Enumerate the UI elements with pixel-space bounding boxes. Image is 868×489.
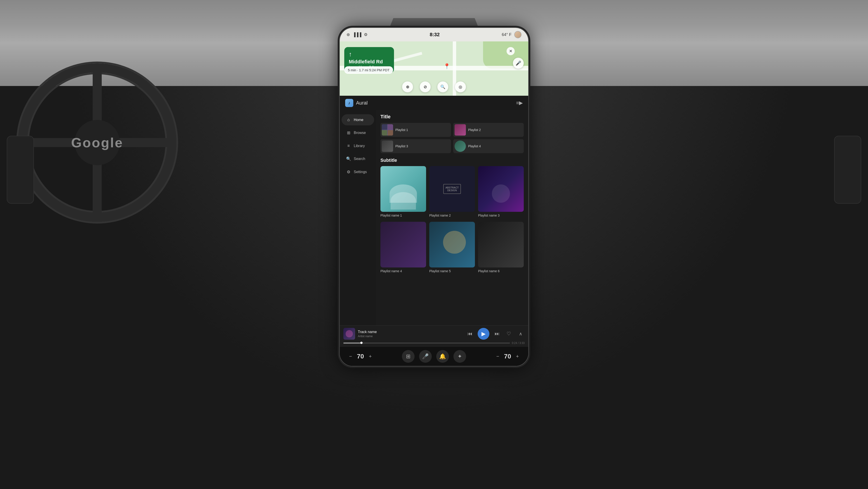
sidebar-library-label: Library <box>354 144 365 148</box>
now-playing-bar: Track name Artist name ⏮ ▶ ⏭ ♡ ∧ <box>340 325 528 347</box>
app-logo-icon: ♪ <box>345 99 353 107</box>
eta-time: 5 min · 1.7 mi <box>348 68 368 72</box>
home-icon: ⌂ <box>346 117 351 122</box>
vol-left-value: 70 <box>357 353 364 360</box>
maps-section: 📍 ↑ Middlefield Rd toward Lowell Ave ✕ 5… <box>340 41 528 96</box>
time-total: 3:33 <box>520 342 525 345</box>
map-location-pin: 📍 <box>443 63 450 69</box>
now-playing-info: Track name Artist name <box>358 330 463 338</box>
track-name: Track name <box>358 330 463 334</box>
playlist-tile-4[interactable]: Playlist 4 <box>453 139 524 153</box>
next-button[interactable]: ⏭ <box>493 330 501 338</box>
map-search-button[interactable]: 🔍 <box>437 82 448 92</box>
nav-close-button[interactable]: ✕ <box>506 47 515 55</box>
mic-button[interactable]: 🎤 <box>513 58 524 68</box>
playlist-grid-small: Playlist 1 Playlist 2 Playlist 3 <box>380 123 524 153</box>
settings-nav-icon: ⚙ <box>346 170 351 174</box>
card-thumb-2-label: ABSTRACTDESIGN <box>443 184 461 194</box>
playlist-4-name: Playlist 4 <box>468 144 481 148</box>
now-playing-thumbnail <box>343 328 355 340</box>
playlist-3-thumbnail <box>382 141 393 152</box>
play-button[interactable]: ▶ <box>477 328 489 340</box>
map-layers-button[interactable]: ⊕ <box>402 82 413 92</box>
playlist-card-4[interactable]: Playlist name 4 <box>380 222 426 273</box>
app-name: Aural <box>356 100 368 106</box>
content-area: ⌂ Home ⊞ Browse ≡ Library 🔍 Search <box>340 110 528 325</box>
eta-bar: 5 min · 1.7 mi 5:24 PM PDT <box>344 66 393 74</box>
sidebar-settings-label: Settings <box>354 170 367 174</box>
playlist-card-2[interactable]: ABSTRACTDESIGN Playlist name 2 <box>429 166 475 217</box>
status-bar: ⊛ ▐▐▐ ⚙ 8:32 64° F <box>340 28 528 41</box>
sidebar-item-search[interactable]: 🔍 Search <box>342 153 374 165</box>
progress-fill <box>343 343 362 344</box>
love-button[interactable]: ♡ <box>505 330 513 338</box>
browse-icon: ⊞ <box>346 130 351 135</box>
map-filter-button[interactable]: ⊘ <box>420 82 431 92</box>
playlist-card-6[interactable]: Playlist name 6 <box>478 222 524 273</box>
playlist-card-1[interactable]: Playlist name 1 <box>380 166 426 217</box>
playlist-tile-1[interactable]: Playlist 1 <box>380 123 451 137</box>
sidebar-search-label: Search <box>354 157 365 161</box>
volume-left-control: − 70 + <box>346 352 374 361</box>
pt1-art <box>382 124 393 136</box>
playlist-card-6-thumb <box>478 222 524 267</box>
music-section: ♪ Aural ≡▶ ⌂ Home ⊞ Browse <box>340 96 528 366</box>
playlist-card-5-name: Playlist name 5 <box>429 269 475 273</box>
user-avatar[interactable] <box>514 31 522 38</box>
playlist-2-name: Playlist 2 <box>468 128 481 132</box>
temperature-display: 64° F <box>502 32 512 37</box>
playlist-2-thumbnail <box>455 124 466 136</box>
playlist-3-name: Playlist 3 <box>395 144 408 148</box>
assistant-button[interactable]: ✦ <box>454 350 466 363</box>
playlist-tile-3[interactable]: Playlist 3 <box>380 139 451 153</box>
app-header: ♪ Aural ≡▶ <box>340 96 528 110</box>
playlist-card-3-thumb <box>478 166 524 212</box>
volume-right-control: − 70 + <box>494 352 522 361</box>
playlist-card-5[interactable]: Playlist name 5 <box>429 222 475 273</box>
status-time: 8:32 <box>430 32 440 37</box>
vol-left-minus[interactable]: − <box>346 352 355 361</box>
sidebar-item-settings[interactable]: ⚙ Settings <box>342 166 374 178</box>
playlist-card-3-name: Playlist name 3 <box>478 213 524 217</box>
mic-bottom-button[interactable]: 🎤 <box>419 350 432 363</box>
sidebar-item-library[interactable]: ≡ Library <box>342 140 374 151</box>
center-bottom-buttons: ⊞ 🎤 🔔 ✦ <box>402 350 466 363</box>
playlist-card-4-name: Playlist name 4 <box>380 269 426 273</box>
settings-status-icon: ⚙ <box>364 32 368 37</box>
sw-spoke-horizontal <box>27 138 167 147</box>
notification-button[interactable]: 🔔 <box>436 350 449 363</box>
device-container: ⊛ ▐▐▐ ⚙ 8:32 64° F 📍 ↑ Middlefiel <box>339 27 529 367</box>
vent-right <box>834 136 861 204</box>
section-subtitle: Subtitle <box>380 158 524 163</box>
playlist-tile-2[interactable]: Playlist 2 <box>453 123 524 137</box>
playlist-card-1-name: Playlist name 1 <box>380 213 426 217</box>
vent-left <box>7 136 34 204</box>
vol-right-minus[interactable]: − <box>494 352 502 361</box>
app-logo-area: ♪ Aural <box>345 99 368 107</box>
expand-button[interactable]: ∧ <box>517 330 525 338</box>
sidebar: ⌂ Home ⊞ Browse ≡ Library 🔍 Search <box>340 110 376 325</box>
queue-button[interactable]: ≡▶ <box>516 100 523 106</box>
playlist-card-3[interactable]: Playlist name 3 <box>478 166 524 217</box>
vol-right-plus[interactable]: + <box>513 352 522 361</box>
sidebar-item-browse[interactable]: ⊞ Browse <box>342 127 374 139</box>
vol-left-plus[interactable]: + <box>366 352 374 361</box>
steering-center <box>74 120 120 165</box>
playlist-4-thumbnail <box>455 141 466 152</box>
map-location-button[interactable]: ◎ <box>455 82 466 92</box>
status-left: ⊛ ▐▐▐ ⚙ <box>346 32 368 37</box>
prev-button[interactable]: ⏮ <box>466 330 474 338</box>
progress-bar[interactable] <box>343 343 510 344</box>
now-playing-controls: ⏮ ▶ ⏭ ♡ ∧ <box>466 328 525 340</box>
sidebar-browse-label: Browse <box>354 131 366 135</box>
sidebar-item-home[interactable]: ⌂ Home <box>342 114 374 125</box>
time-separator: / <box>518 342 520 345</box>
now-playing-main: Track name Artist name ⏮ ▶ ⏭ ♡ ∧ <box>343 328 525 340</box>
artist-name: Artist name <box>358 335 463 338</box>
grid-button[interactable]: ⊞ <box>402 350 414 363</box>
playlist-card-6-name: Playlist name 6 <box>478 269 524 273</box>
progress-time: 0:24 / 3:33 <box>512 342 525 345</box>
playlist-1-name: Playlist 1 <box>395 128 408 132</box>
device-frame: ⊛ ▐▐▐ ⚙ 8:32 64° F 📍 ↑ Middlefiel <box>339 27 529 367</box>
bluetooth-icon: ⊛ <box>346 32 350 37</box>
